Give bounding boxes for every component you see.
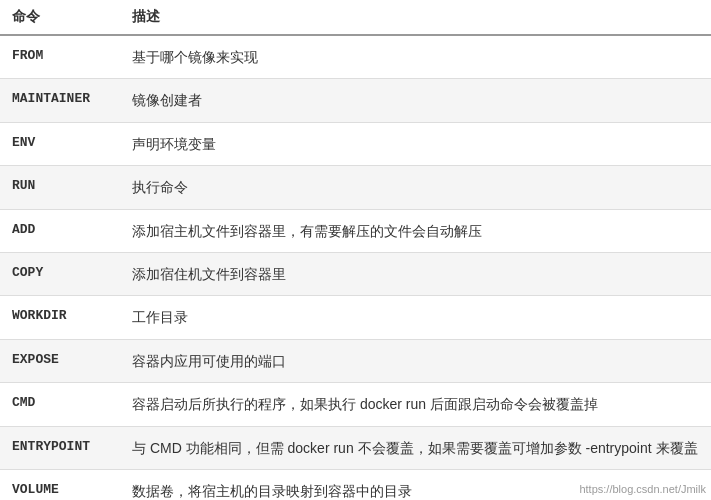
command-cell: VOLUME bbox=[0, 469, 120, 500]
command-cell: EXPOSE bbox=[0, 339, 120, 382]
description-cell: 添加宿住机文件到容器里 bbox=[120, 252, 711, 295]
main-container: 命令 描述 FROM基于哪个镜像来实现MAINTAINER镜像创建者ENV声明环… bbox=[0, 0, 711, 500]
table-row: COPY添加宿住机文件到容器里 bbox=[0, 252, 711, 295]
table-row: ENTRYPOINT与 CMD 功能相同，但需 docker run 不会覆盖，… bbox=[0, 426, 711, 469]
description-cell: 镜像创建者 bbox=[120, 79, 711, 122]
description-cell: 添加宿主机文件到容器里，有需要解压的文件会自动解压 bbox=[120, 209, 711, 252]
command-cell: WORKDIR bbox=[0, 296, 120, 339]
commands-table: 命令 描述 FROM基于哪个镜像来实现MAINTAINER镜像创建者ENV声明环… bbox=[0, 0, 711, 500]
command-cell: FROM bbox=[0, 35, 120, 79]
command-cell: RUN bbox=[0, 166, 120, 209]
table-row: MAINTAINER镜像创建者 bbox=[0, 79, 711, 122]
table-row: FROM基于哪个镜像来实现 bbox=[0, 35, 711, 79]
description-cell: 工作目录 bbox=[120, 296, 711, 339]
description-cell: 声明环境变量 bbox=[120, 122, 711, 165]
command-cell: ENV bbox=[0, 122, 120, 165]
command-cell: ENTRYPOINT bbox=[0, 426, 120, 469]
command-cell: ADD bbox=[0, 209, 120, 252]
table-row: RUN执行命令 bbox=[0, 166, 711, 209]
table-row: EXPOSE容器内应用可使用的端口 bbox=[0, 339, 711, 382]
description-cell: 容器启动后所执行的程序，如果执行 docker run 后面跟启动命令会被覆盖掉 bbox=[120, 383, 711, 426]
command-cell: CMD bbox=[0, 383, 120, 426]
command-cell: MAINTAINER bbox=[0, 79, 120, 122]
header-description: 描述 bbox=[120, 0, 711, 35]
command-cell: COPY bbox=[0, 252, 120, 295]
table-row: ADD添加宿主机文件到容器里，有需要解压的文件会自动解压 bbox=[0, 209, 711, 252]
watermark: https://blog.csdn.net/Jmilk bbox=[579, 483, 706, 495]
description-cell: 容器内应用可使用的端口 bbox=[120, 339, 711, 382]
table-row: CMD容器启动后所执行的程序，如果执行 docker run 后面跟启动命令会被… bbox=[0, 383, 711, 426]
table-row: WORKDIR工作目录 bbox=[0, 296, 711, 339]
table-row: ENV声明环境变量 bbox=[0, 122, 711, 165]
description-cell: 与 CMD 功能相同，但需 docker run 不会覆盖，如果需要覆盖可增加参… bbox=[120, 426, 711, 469]
table-header-row: 命令 描述 bbox=[0, 0, 711, 35]
description-cell: 基于哪个镜像来实现 bbox=[120, 35, 711, 79]
header-command: 命令 bbox=[0, 0, 120, 35]
description-cell: 执行命令 bbox=[120, 166, 711, 209]
